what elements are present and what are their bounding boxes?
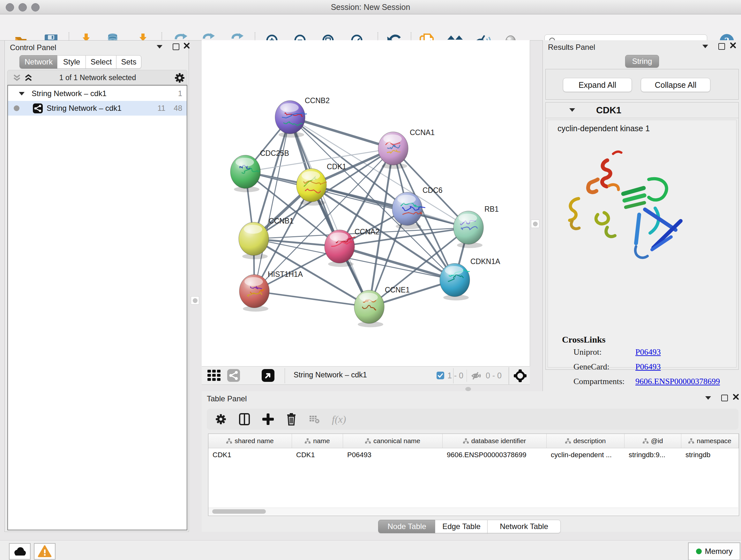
warning-button[interactable] <box>34 543 56 560</box>
tab-sets[interactable]: Sets <box>116 55 141 69</box>
network-canvas[interactable]: CCNB2CCNA1CDC25BCDK1CDC6RB1CCNB1CCNA2CDK… <box>202 40 530 366</box>
network-node-HIST1H1A[interactable]: HIST1H1A <box>239 270 303 312</box>
column-header-3[interactable]: database identifier <box>443 434 547 448</box>
table-panel-title: Table Panel <box>207 394 247 403</box>
column-header-1[interactable]: name <box>292 434 343 448</box>
table-horizontal-scrollbar[interactable] <box>208 508 738 515</box>
tab-network-table[interactable]: Network Table <box>487 520 561 533</box>
tab-string[interactable]: String <box>625 55 659 68</box>
tab-network[interactable]: Network <box>19 55 58 69</box>
table-panel-close-icon[interactable] <box>733 394 739 400</box>
attribute-tree-icon <box>226 438 232 444</box>
delete-table-icon <box>309 415 320 424</box>
table-cell[interactable]: P06493 <box>343 448 443 462</box>
network-collection-row[interactable]: String Network – cdk1 1 <box>8 86 187 101</box>
scrollbar-thumb[interactable] <box>212 509 266 514</box>
fit-content-crosshair-icon[interactable] <box>514 369 527 382</box>
network-node-CCNE1[interactable]: CCNE1 <box>354 286 410 327</box>
grid-view-icon[interactable] <box>207 370 222 381</box>
network-node-CDC25B[interactable]: CDC25B <box>230 149 289 192</box>
collection-expand-icon[interactable] <box>19 92 24 96</box>
column-header-4[interactable]: description <box>547 434 624 448</box>
network-edge[interactable] <box>254 117 290 291</box>
column-header-label: canonical name <box>374 437 420 445</box>
collection-count: 1 <box>178 89 182 98</box>
birdseye-view-icon[interactable] <box>262 369 274 382</box>
results-panel-float-icon[interactable] <box>702 45 708 48</box>
node-label: CDKN1A <box>470 257 500 266</box>
node-label: CCNB1 <box>269 217 293 225</box>
network-edge[interactable] <box>312 185 468 228</box>
control-panel-undock-icon[interactable] <box>173 44 179 50</box>
crosslink-value[interactable]: 9606.ENSP00000378699 <box>635 377 720 386</box>
network-share-view-icon[interactable] <box>227 369 240 382</box>
toolbar-separator <box>285 368 285 383</box>
show-columns-icon[interactable] <box>239 413 250 426</box>
attribute-tree-icon <box>688 438 694 444</box>
tab-edge-table[interactable]: Edge Table <box>435 520 488 533</box>
gene-collapse-icon[interactable] <box>569 108 575 112</box>
table-settings-gear-icon[interactable] <box>215 414 226 425</box>
cloud-icon <box>13 547 26 556</box>
table-cell[interactable]: stringdb:9... <box>624 448 681 462</box>
crosslinks-title: CrossLinks <box>562 334 605 345</box>
gene-detail-box: cyclin-dependent kinase 1 <box>548 120 737 368</box>
table-panel-float-icon[interactable] <box>705 396 711 400</box>
column-header-0[interactable]: shared name <box>208 434 292 448</box>
table-cell[interactable]: 9606.ENSP00000378699 <box>443 448 547 462</box>
attribute-tree-icon <box>643 438 649 444</box>
network-options-gear-icon[interactable] <box>174 72 185 83</box>
control-panel-float-icon[interactable] <box>157 45 162 49</box>
table-cell[interactable]: CDK1 <box>292 448 343 462</box>
node-table: shared namenamecanonical namedatabase id… <box>208 434 739 516</box>
table-panel-undock-icon[interactable] <box>721 395 728 401</box>
node-label: CDC25B <box>260 149 289 158</box>
tab-node-table[interactable]: Node Table <box>378 520 435 533</box>
node-label: CCNE1 <box>385 286 410 294</box>
title-bar: Session: New Session <box>0 0 741 14</box>
results-panel-close-icon[interactable] <box>730 42 736 49</box>
column-header-2[interactable]: canonical name <box>343 434 443 448</box>
network-tree: String Network – cdk1 1 String Network –… <box>7 85 187 530</box>
results-panel-undock-icon[interactable] <box>718 43 725 50</box>
toolbar-separator <box>509 367 509 384</box>
node-label: RB1 <box>484 205 499 213</box>
selected-node-edge-counts: 1 - 0 <box>448 371 463 380</box>
control-panel-close-icon[interactable] <box>184 43 190 49</box>
tab-select[interactable]: Select <box>85 55 117 69</box>
network-row-selected[interactable]: String Network – cdk1 11 48 <box>8 101 187 116</box>
crosslink-value[interactable]: P06493 <box>635 362 661 372</box>
table-cell[interactable]: CDK1 <box>208 448 292 462</box>
table-cell[interactable]: cyclin-dependent ... <box>547 448 624 462</box>
tab-style[interactable]: Style <box>57 55 86 69</box>
network-node-RB1[interactable]: RB1 <box>454 205 499 248</box>
network-edge[interactable] <box>254 291 369 307</box>
add-column-icon[interactable] <box>262 414 274 425</box>
selected-checkbox-icon[interactable] <box>436 372 444 379</box>
table-row[interactable]: CDK1CDK1P064939606.ENSP00000378699cyclin… <box>208 448 739 462</box>
bottom-splitter-handle[interactable] <box>465 387 471 391</box>
collapse-all-button[interactable]: Collapse All <box>641 78 711 92</box>
column-header-6[interactable]: namespace <box>681 434 739 448</box>
network-node-CCNB1[interactable]: CCNB1 <box>239 217 293 259</box>
expand-all-button[interactable]: Expand All <box>563 78 632 92</box>
delete-column-trash-icon[interactable] <box>286 413 297 426</box>
network-node-CDKN1A[interactable]: CDKN1A <box>440 257 500 300</box>
left-splitter-handle[interactable] <box>191 296 199 305</box>
table-cell[interactable]: stringdb <box>681 448 739 462</box>
function-builder-button: f(x) <box>332 414 346 425</box>
table-panel: Table Panel f(x) shared namen <box>202 391 741 532</box>
attribute-tree-icon <box>565 438 571 444</box>
network-node-CCNB2[interactable]: CCNB2 <box>275 97 330 138</box>
tab-network-label: Network <box>24 57 53 66</box>
gene-section-header[interactable]: CDK1 <box>546 103 738 118</box>
collapse-all-label: Collapse All <box>655 80 697 90</box>
crosslink-value[interactable]: P06493 <box>635 348 661 357</box>
control-panel: Control Panel Network Style Select Sets … <box>4 40 189 532</box>
cloud-button[interactable] <box>9 543 30 560</box>
memory-button[interactable]: Memory <box>688 543 740 560</box>
column-header-5[interactable]: @id <box>624 434 681 448</box>
network-graph[interactable]: CCNB2CCNA1CDC25BCDK1CDC6RB1CCNB1CCNA2CDK… <box>202 40 530 366</box>
network-selected-status: 1 of 1 Network selected <box>8 73 188 82</box>
right-splitter-handle[interactable] <box>531 220 539 228</box>
